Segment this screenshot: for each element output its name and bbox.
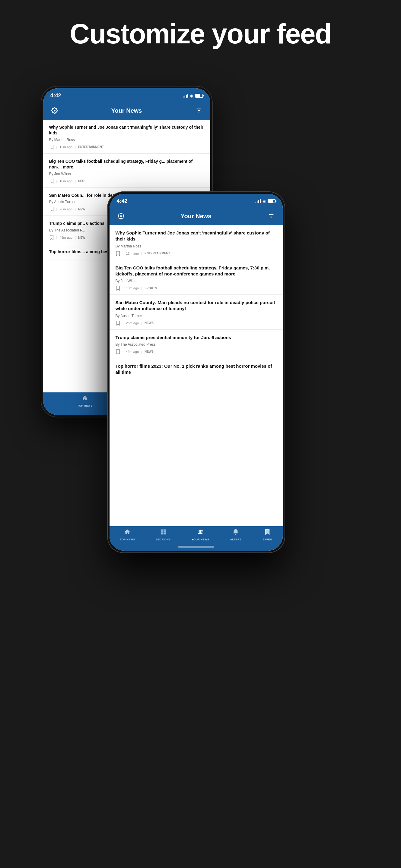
article-title: Why Sophie Turner and Joe Jonas can't 'm… [116, 230, 277, 242]
nav-item-your-news[interactable]: YOUR NEWS [192, 529, 209, 541]
article-author: By The Associated Press [116, 342, 277, 347]
article-meta: | 26m ago | NEWS [116, 320, 277, 326]
news-item[interactable]: Big Ten COO talks football scheduling st… [110, 260, 283, 295]
article-title: Why Sophie Turner and Joe Jonas can't 'm… [49, 124, 204, 136]
news-item[interactable]: Trump claims presidential immunity for J… [110, 330, 283, 358]
news-item[interactable]: Top horror films 2023: Our No. 1 pick ra… [110, 358, 283, 381]
article-title: San Mateo County: Man pleads no contest … [116, 300, 277, 312]
app-header-back: Your News [43, 101, 210, 120]
header-title-back: Your News [111, 107, 142, 114]
svg-rect-11 [161, 533, 163, 535]
news-item[interactable]: Why Sophie Turner and Joe Jonas can't 'm… [43, 120, 210, 154]
signal-icon-front [255, 199, 261, 203]
phone-front-screen: 4:42 ◉ Your News [110, 194, 283, 551]
bookmark-icon[interactable] [49, 207, 54, 212]
your-news-icon [197, 529, 204, 537]
nav-label: SECTIONS [156, 538, 170, 541]
article-meta: | 13m ago | ENTERTAINMENT [49, 144, 204, 150]
bottom-nav-front: TOP NEWS SECTIONS YOUR NEWS [110, 526, 283, 545]
svg-rect-13 [164, 531, 166, 532]
article-meta: | 18m ago | SPO [49, 179, 204, 184]
battery-icon-back [195, 94, 203, 98]
nav-label: TOP NEWS [120, 538, 135, 541]
svg-point-16 [201, 530, 203, 532]
page-title: Customize your feed [70, 18, 331, 50]
article-author: By Martha Ross [116, 244, 277, 248]
bookmark-icon[interactable] [116, 349, 120, 354]
home-bar [178, 546, 214, 548]
nav-item-alerts[interactable]: ALERTS [230, 529, 242, 541]
status-icons-back: ◉ [183, 93, 203, 98]
home-indicator-front [110, 545, 283, 551]
article-title: Big Ten COO talks football scheduling st… [49, 158, 204, 170]
bookmark-icon[interactable] [49, 235, 54, 240]
status-icons-front: ◉ [255, 199, 276, 204]
signal-icon-back [183, 93, 188, 98]
wifi-icon-front: ◉ [262, 199, 266, 204]
article-title: Trump claims presidential immunity for J… [116, 335, 277, 341]
bookmark-icon[interactable] [49, 144, 54, 150]
header-title-front: Your News [181, 213, 211, 220]
gear-icon-front[interactable] [116, 211, 126, 221]
filter-icon-back[interactable] [193, 105, 204, 116]
article-meta: | 18m ago | SPORTS [116, 285, 277, 291]
status-time-front: 4:42 [117, 198, 127, 204]
wifi-icon-back: ◉ [190, 93, 193, 98]
battery-icon-front [268, 199, 276, 203]
nav-label: TOP NEWS [77, 404, 92, 407]
svg-rect-9 [161, 530, 163, 531]
bookmark-icon[interactable] [49, 179, 54, 184]
news-item[interactable]: San Mateo County: Man pleads no contest … [110, 295, 283, 330]
svg-rect-12 [164, 530, 166, 531]
filter-icon-front[interactable] [266, 211, 277, 221]
article-author: By Jon Wilner [49, 172, 204, 176]
nav-label: YOUR NEWS [192, 538, 209, 541]
svg-rect-14 [164, 533, 166, 535]
nav-item-top-news-back[interactable]: TOP NEWS [77, 395, 92, 407]
article-meta: | 49m ago | NEWS [116, 349, 277, 354]
article-author: By Martha Ross [49, 138, 204, 142]
nav-label: ALERTS [230, 538, 242, 541]
app-header-front: Your News [110, 207, 283, 225]
svg-rect-10 [161, 531, 163, 532]
alerts-icon [232, 529, 239, 537]
status-bar-front: 4:42 ◉ [110, 194, 283, 207]
svg-point-15 [199, 530, 201, 532]
nav-item-saved[interactable]: SAVED [262, 529, 272, 541]
phone-front: 4:42 ◉ Your News [107, 191, 285, 553]
bookmark-icon[interactable] [116, 320, 120, 326]
nav-label: SAVED [262, 538, 272, 541]
news-feed-front: Why Sophie Turner and Joe Jonas can't 'm… [110, 225, 283, 526]
phones-container: 4:42 ◉ Your News [35, 86, 367, 719]
article-title: Big Ten COO talks football scheduling st… [116, 265, 277, 277]
news-item[interactable]: Why Sophie Turner and Joe Jonas can't 'm… [110, 225, 283, 260]
home-icon [124, 529, 131, 537]
status-time-back: 4:42 [50, 93, 61, 99]
bookmark-icon[interactable] [116, 251, 120, 256]
nav-item-sections[interactable]: SECTIONS [156, 529, 170, 541]
nav-item-top-news[interactable]: TOP NEWS [120, 529, 135, 541]
saved-icon [264, 529, 271, 537]
article-title: Top horror films 2023: Our No. 1 pick ra… [116, 363, 277, 375]
home-icon [82, 395, 88, 403]
status-bar-back: 4:42 ◉ [43, 88, 210, 101]
article-meta: | 13m ago | ENTERTAINMENT [116, 251, 277, 256]
news-item[interactable]: Big Ten COO talks football scheduling st… [43, 154, 210, 188]
article-author: By Austin Turner [116, 314, 277, 318]
bookmark-icon[interactable] [116, 285, 120, 291]
gear-icon-back[interactable] [49, 105, 60, 116]
article-author: By Jon Wilner [116, 279, 277, 283]
sections-icon [160, 529, 167, 537]
